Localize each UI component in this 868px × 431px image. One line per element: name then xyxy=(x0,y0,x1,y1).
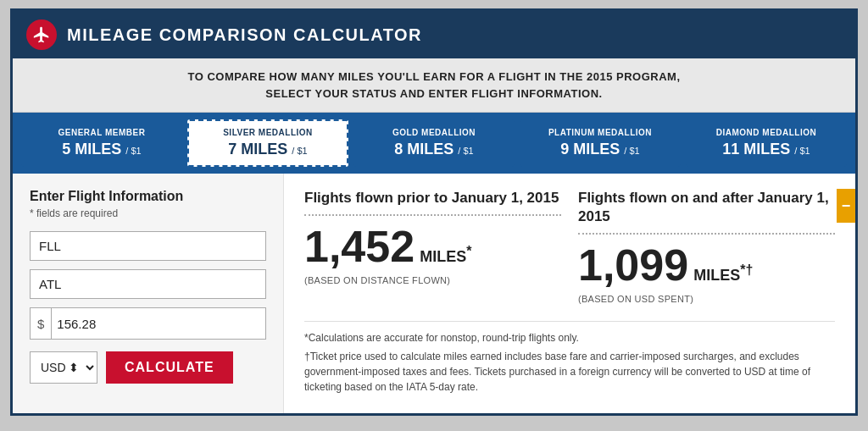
dotted-divider-2 xyxy=(578,233,835,235)
bottom-row: USD ⬍ CALCULATE xyxy=(30,351,266,384)
footnote2: †Ticket price used to calculate miles ea… xyxy=(304,349,835,395)
result-col2-based-on: (BASED ON USD SPENT) xyxy=(578,294,835,304)
header-title: MILEAGE COMPARISON CALCULATOR xyxy=(67,25,422,45)
results-columns: Flights flown prior to January 1, 2015 1… xyxy=(304,189,835,304)
result-col2-miles-label: MILES*† xyxy=(693,263,753,283)
result-col2-heading: Flights flown on and after January 1, 20… xyxy=(578,189,835,226)
currency-select[interactable]: USD ⬍ xyxy=(30,351,97,384)
result-col1-heading: Flights flown prior to January 1, 2015 xyxy=(304,189,561,207)
result-col2-superscript: *† xyxy=(740,262,753,277)
tier-card-4[interactable]: DIAMOND MEDALLION11 MILES / $1 xyxy=(686,119,847,167)
left-panel: Enter Flight Information * fields are re… xyxy=(13,174,284,413)
result-col1-miles-number: 1,452 xyxy=(304,224,415,268)
result-col1-based-on: (BASED ON DISTANCE FLOWN) xyxy=(304,275,561,285)
calculate-button[interactable]: CALCULATE xyxy=(106,351,233,384)
result-col2-miles-value: 1,099 MILES*† xyxy=(578,243,835,287)
price-input[interactable] xyxy=(51,307,266,340)
subtitle-line1: TO COMPARE HOW MANY MILES YOU'LL EARN FO… xyxy=(30,69,838,86)
airplane-icon xyxy=(32,25,51,44)
result-col2-miles-number: 1,099 xyxy=(578,243,688,287)
flight-info-heading: Enter Flight Information xyxy=(30,189,266,204)
footnote1: *Calculations are accurate for nonstop, … xyxy=(304,330,835,345)
required-note: * fields are required xyxy=(30,207,266,219)
header-icon-circle xyxy=(26,19,57,50)
main-content: Enter Flight Information * fields are re… xyxy=(13,174,855,413)
result-col-1: Flights flown prior to January 1, 2015 1… xyxy=(304,189,561,304)
result-col1-miles-value: 1,452 MILES* xyxy=(304,224,561,268)
result-col1-superscript: * xyxy=(466,244,471,258)
right-panel: Flights flown prior to January 1, 2015 1… xyxy=(284,174,855,413)
side-indicator[interactable]: − xyxy=(837,189,855,223)
dollar-prefix: $ xyxy=(30,307,51,340)
tier-card-0[interactable]: GENERAL MEMBER5 MILES / $1 xyxy=(21,119,182,167)
tier-card-1[interactable]: SILVER MEDALLION7 MILES / $1 xyxy=(187,119,348,167)
tier-card-3[interactable]: PLATINUM MEDALLION9 MILES / $1 xyxy=(520,119,681,167)
calculator-container: MILEAGE COMPARISON CALCULATOR TO COMPARE… xyxy=(10,8,858,416)
header: MILEAGE COMPARISON CALCULATOR xyxy=(13,11,855,58)
subtitle-banner: TO COMPARE HOW MANY MILES YOU'LL EARN FO… xyxy=(13,58,855,113)
result-col-2: Flights flown on and after January 1, 20… xyxy=(578,189,835,304)
destination-input[interactable] xyxy=(30,269,266,299)
tier-selector: GENERAL MEMBER5 MILES / $1SILVER MEDALLI… xyxy=(13,113,855,174)
tier-card-2[interactable]: GOLD MEDALLION8 MILES / $1 xyxy=(353,119,515,167)
dotted-divider-1 xyxy=(304,214,561,216)
footnotes: *Calculations are accurate for nonstop, … xyxy=(304,321,835,398)
result-col1-miles-label: MILES* xyxy=(420,245,471,264)
origin-input[interactable] xyxy=(30,231,266,261)
subtitle-line2: SELECT YOUR STATUS AND ENTER FLIGHT INFO… xyxy=(30,86,838,102)
price-row: $ xyxy=(30,307,266,340)
